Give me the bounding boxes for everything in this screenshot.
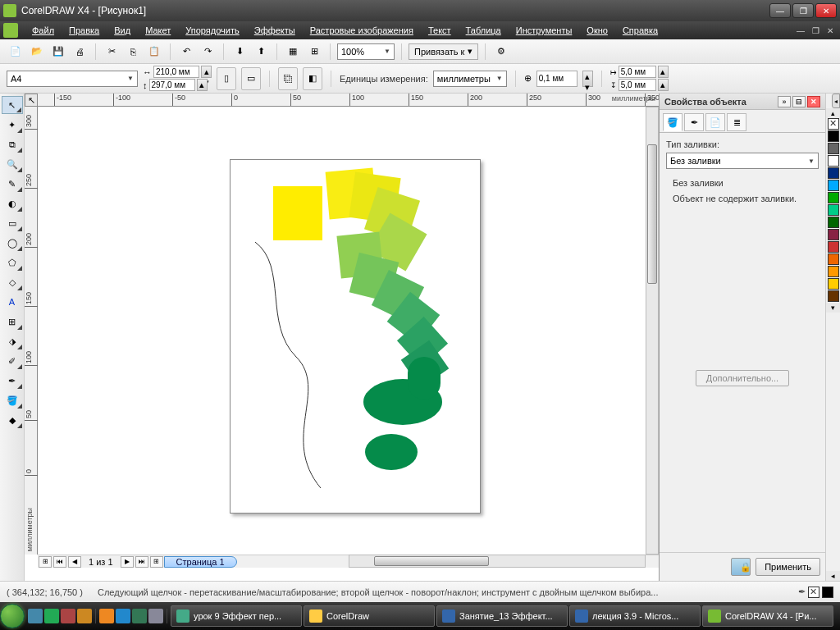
ellipse-tool[interactable]: ◯ bbox=[2, 234, 23, 252]
menu-bitmaps[interactable]: Растровые изображения bbox=[303, 25, 421, 35]
text-tool[interactable]: A bbox=[2, 293, 23, 311]
smart-fill-tool[interactable]: ◐ bbox=[2, 194, 23, 212]
taskbar-item[interactable]: Занятие_13 Эффект... bbox=[436, 605, 568, 627]
basic-shapes-tool[interactable]: ◇ bbox=[2, 273, 23, 291]
text-tab[interactable]: 📄 bbox=[705, 113, 725, 131]
ql-icon[interactable] bbox=[61, 609, 75, 623]
color-swatch[interactable] bbox=[828, 167, 839, 179]
first-page-button[interactable]: ⏮ bbox=[53, 556, 66, 568]
mdi-close-button[interactable]: ✕ bbox=[824, 25, 837, 36]
units-combo[interactable]: миллиметры▼ bbox=[433, 71, 507, 87]
rectangle-tool[interactable]: ▭ bbox=[2, 214, 23, 232]
menu-tools[interactable]: Инструменты bbox=[509, 25, 580, 35]
redo-button[interactable]: ↷ bbox=[199, 43, 217, 61]
welcome-button[interactable]: ⊞ bbox=[305, 43, 323, 61]
horizontal-scrollbar[interactable] bbox=[349, 555, 646, 568]
menu-text[interactable]: Текст bbox=[421, 25, 459, 35]
menu-help[interactable]: Справка bbox=[615, 25, 665, 35]
pick-tool[interactable]: ↖ bbox=[2, 96, 23, 114]
page-tab[interactable]: Страница 1 bbox=[164, 556, 237, 568]
canvas[interactable] bbox=[38, 107, 659, 555]
color-swatch[interactable] bbox=[828, 204, 839, 216]
page-width-input[interactable]: 210,0 мм bbox=[153, 66, 199, 78]
ql-icon[interactable] bbox=[132, 609, 147, 623]
start-button[interactable] bbox=[0, 602, 25, 630]
menu-file[interactable]: Файл bbox=[25, 25, 62, 35]
app-launcher-button[interactable]: ▦ bbox=[284, 43, 302, 61]
color-swatch[interactable] bbox=[828, 253, 839, 265]
horizontal-ruler[interactable]: миллиметры -150-100-50050100150200250300… bbox=[38, 94, 659, 107]
table-tool[interactable]: ⊞ bbox=[2, 313, 23, 331]
close-button[interactable]: ✕ bbox=[815, 3, 837, 18]
fill-type-combo[interactable]: Без заливки▼ bbox=[666, 153, 819, 169]
ql-icon[interactable] bbox=[148, 609, 163, 623]
ql-icon[interactable] bbox=[99, 609, 114, 623]
new-button[interactable]: 📄 bbox=[7, 43, 25, 61]
outline-swatch[interactable] bbox=[822, 587, 833, 598]
undo-button[interactable]: ↶ bbox=[177, 43, 195, 61]
no-color-swatch[interactable] bbox=[828, 118, 839, 130]
snap-combo[interactable]: Привязать к ▾ bbox=[409, 43, 478, 60]
paste-button[interactable]: 📋 bbox=[145, 43, 163, 61]
dupy-spinner[interactable]: ▴▾ bbox=[658, 79, 669, 91]
add-page-after-button[interactable]: ⊞ bbox=[150, 556, 163, 568]
portrait-button[interactable]: ▯ bbox=[217, 67, 236, 90]
color-swatch[interactable] bbox=[828, 278, 839, 290]
cut-button[interactable]: ✂ bbox=[103, 43, 121, 61]
current-page-button[interactable]: ◧ bbox=[303, 67, 322, 90]
minimize-button[interactable]: — bbox=[769, 3, 791, 18]
prev-page-button[interactable]: ◀ bbox=[68, 556, 81, 568]
width-spinner[interactable]: ▴▾ bbox=[201, 66, 212, 78]
palette-down-button[interactable]: ▾ bbox=[826, 303, 840, 313]
menu-table[interactable]: Таблица bbox=[459, 25, 509, 35]
interactive-fill-tool[interactable]: ◆ bbox=[2, 411, 23, 429]
palette-up-button[interactable]: ▴ bbox=[826, 108, 840, 118]
color-swatch[interactable] bbox=[828, 143, 839, 154]
zoom-combo[interactable]: 100%▼ bbox=[337, 43, 395, 60]
ql-icon[interactable] bbox=[116, 609, 130, 623]
paper-size-combo[interactable]: A4▼ bbox=[7, 71, 138, 87]
polygon-tool[interactable]: ⬠ bbox=[2, 253, 23, 272]
print-button[interactable]: 🖨 bbox=[71, 43, 89, 61]
vertical-ruler[interactable]: миллиметры 300250200150100500 bbox=[25, 107, 38, 555]
menu-layout[interactable]: Макет bbox=[138, 25, 178, 35]
color-swatch[interactable] bbox=[828, 155, 839, 167]
ql-icon[interactable] bbox=[28, 609, 43, 623]
page-height-input[interactable]: 297,0 мм bbox=[149, 79, 195, 91]
vertical-scrollbar[interactable] bbox=[646, 107, 659, 555]
dup-x-input[interactable]: 5,0 мм bbox=[619, 66, 656, 78]
freehand-tool[interactable]: ✎ bbox=[2, 175, 23, 193]
advanced-button[interactable]: Дополнительно... bbox=[696, 370, 789, 386]
color-swatch[interactable] bbox=[828, 266, 839, 277]
outline-tab[interactable]: ✒ bbox=[684, 113, 704, 131]
shape-tool[interactable]: ✦ bbox=[2, 116, 23, 134]
interactive-blend-tool[interactable]: ⬗ bbox=[2, 332, 23, 350]
mdi-minimize-button[interactable]: — bbox=[794, 25, 807, 36]
zoom-tool[interactable]: 🔍 bbox=[2, 155, 23, 173]
open-button[interactable]: 📂 bbox=[28, 43, 46, 61]
ql-icon[interactable] bbox=[44, 609, 59, 623]
color-swatch[interactable] bbox=[828, 180, 839, 191]
menu-window[interactable]: Окно bbox=[579, 25, 615, 35]
web-tab[interactable]: ≣ bbox=[727, 113, 746, 131]
copy-button[interactable]: ⎘ bbox=[124, 43, 142, 61]
next-page-button[interactable]: ▶ bbox=[121, 556, 134, 568]
nudge-spinner[interactable]: ▴▾ bbox=[582, 71, 593, 87]
color-swatch[interactable] bbox=[828, 217, 839, 228]
ql-icon[interactable] bbox=[77, 609, 92, 623]
color-swatch[interactable] bbox=[828, 241, 839, 253]
options-button[interactable]: ⚙ bbox=[492, 43, 510, 61]
docker-expander[interactable]: ◂ bbox=[832, 94, 840, 108]
height-spinner[interactable]: ▴▾ bbox=[197, 79, 208, 91]
menu-effects[interactable]: Эффекты bbox=[247, 25, 303, 35]
fill-tool[interactable]: 🪣 bbox=[2, 391, 23, 409]
eyedropper-tool[interactable]: ✐ bbox=[2, 352, 23, 370]
palette-menu-button[interactable]: ◂ bbox=[826, 571, 840, 581]
menu-arrange[interactable]: Упорядочить bbox=[178, 25, 246, 35]
crop-tool[interactable]: ⧉ bbox=[2, 135, 23, 153]
save-button[interactable]: 💾 bbox=[49, 43, 67, 61]
nudge-input[interactable]: 0,1 мм bbox=[536, 71, 578, 87]
add-page-button[interactable]: ⊞ bbox=[39, 556, 52, 568]
menu-view[interactable]: Вид bbox=[107, 25, 138, 35]
fill-swatch[interactable]: ✕ bbox=[808, 587, 819, 598]
